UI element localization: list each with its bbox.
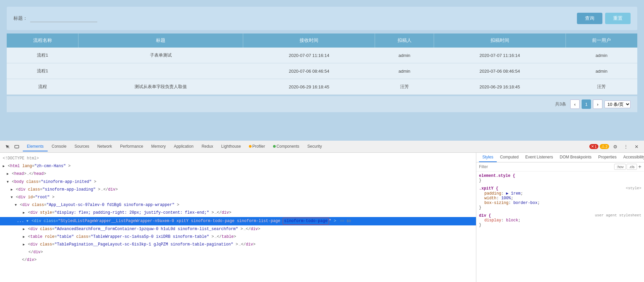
tab-network[interactable]: Network — [93, 142, 116, 151]
expand-icon[interactable]: ▼ — [7, 180, 9, 185]
cell-prev-user: admin — [566, 48, 637, 63]
cell-draft-time: 2020-06-29 16:18:45 — [434, 79, 566, 95]
style-rule-xpity: .xpitY { <style> padding: ▶ 1rem; width:… — [479, 186, 641, 210]
expand-icon[interactable]: ▼ — [11, 195, 13, 200]
cursor-icon[interactable] — [3, 142, 12, 151]
page-size-select[interactable]: 10 条/页 20 条/页 50 条/页 — [604, 100, 631, 108]
tab-console[interactable]: Console — [48, 142, 70, 151]
styles-tab-event-listeners[interactable]: Event Listeners — [522, 153, 556, 162]
tab-components[interactable]: Components — [269, 142, 303, 151]
style-close-brace: } — [479, 223, 481, 227]
tab-profiler[interactable]: Profiler — [245, 142, 269, 151]
table-row[interactable]: 流程 测试从表单字段负责人取值 2020-06-29 16:18:45 汪芳 2… — [7, 79, 637, 95]
styles-tab-accessibility[interactable]: Accessibility — [620, 153, 644, 162]
query-button[interactable]: 查询 — [577, 13, 602, 24]
style-selector: element.style { — [479, 173, 515, 178]
data-table: 流程名称 标题 接收时间 拟稿人 拟稿时间 前一用户 流程1 子表单测试 202… — [7, 33, 637, 95]
styles-tabs: Styles Computed Event Listeners DOM Brea… — [476, 153, 644, 162]
tab-elements[interactable]: Elements — [23, 142, 48, 151]
svg-rect-1 — [16, 148, 17, 148]
tab-application[interactable]: Application — [170, 142, 198, 151]
html-line[interactable]: </div> — [0, 256, 476, 264]
html-line[interactable]: ▶ <div style="display: flex; padding-rig… — [0, 209, 476, 217]
html-line[interactable]: ▶ <div class="sinoform-app-loading" >…</… — [0, 186, 476, 194]
search-label: 标题： — [13, 15, 28, 21]
styles-filter-input[interactable] — [479, 164, 613, 169]
cell-title: 子表单测试 — [78, 48, 243, 63]
html-line[interactable]: ▼ <div class="App__Layout-sc-97alev-0 fd… — [0, 201, 476, 209]
error-icon: ✕ — [591, 144, 594, 149]
tab-redux[interactable]: Redux — [198, 142, 217, 151]
expand-icon[interactable]: ▶ — [3, 164, 5, 169]
tab-lighthouse[interactable]: Lighthouse — [217, 142, 245, 151]
style-prop-padding: padding — [479, 191, 501, 196]
style-val-width: 100% — [501, 196, 511, 201]
expand-icon[interactable]: ▶ — [23, 210, 25, 216]
style-selector: div { — [479, 213, 491, 218]
style-property: box-sizing: border-box; — [479, 201, 641, 205]
style-prop-width: width — [479, 196, 496, 201]
html-line[interactable]: ▶ <table role="table" class="TableWrappe… — [0, 233, 476, 241]
filter-cls-button[interactable]: .cls — [627, 164, 637, 170]
style-val-display: block — [506, 218, 518, 223]
cell-drafter: 汪芳 — [375, 79, 434, 95]
html-line[interactable]: ▶ <div class="TablePagination__PageLayou… — [0, 241, 476, 249]
elements-panel[interactable]: <!DOCTYPE html> ▶ <html lang="zh-cmn-Han… — [0, 153, 476, 282]
tab-security[interactable]: Security — [303, 142, 326, 151]
tab-performance[interactable]: Performance — [116, 142, 147, 151]
tab-sources[interactable]: Sources — [70, 142, 93, 151]
cell-receive-time: 2020-07-06 08:46:54 — [243, 63, 375, 79]
col-header-receive-time: 接收时间 — [243, 33, 375, 48]
search-bar: 标题： 查询 重置 — [7, 7, 637, 30]
expand-icon[interactable]: ▼ — [26, 219, 29, 224]
styles-tab-styles[interactable]: Styles — [479, 153, 497, 162]
highlighted-classname: sinoform-todo-page — [283, 218, 329, 225]
styles-tab-computed[interactable]: Computed — [497, 153, 522, 162]
filter-options: :hov .cls + — [614, 164, 641, 170]
html-line[interactable]: <!DOCTYPE html> — [0, 155, 476, 162]
close-icon[interactable]: ✕ — [632, 142, 641, 151]
settings-icon[interactable]: ⚙ — [610, 142, 620, 151]
styles-tab-properties[interactable]: Properties — [595, 153, 620, 162]
expand-icon[interactable]: ▼ — [15, 203, 17, 208]
search-input[interactable] — [30, 15, 97, 22]
table-row[interactable]: 流程1 子表单测试 2020-07-07 11:16:14 admin 2020… — [7, 48, 637, 63]
cell-title: 测试从表单字段负责人取值 — [78, 79, 243, 95]
filter-hov-button[interactable]: :hov — [614, 164, 626, 170]
cell-drafter: admin — [375, 63, 434, 79]
tab-memory[interactable]: Memory — [147, 142, 170, 151]
html-line[interactable]: </div> — [0, 249, 476, 256]
expand-icon[interactable]: ▶ — [23, 227, 25, 232]
html-line-selected[interactable]: ... ▼ <div class="StyledListPageWrapper_… — [0, 217, 476, 225]
prev-page-button[interactable]: ‹ — [570, 99, 580, 109]
expand-icon[interactable]: ▶ — [23, 234, 25, 240]
expand-icon[interactable]: ▶ — [7, 171, 9, 177]
expand-icon[interactable]: ▶ — [23, 242, 25, 248]
col-header-title: 标题 — [78, 33, 243, 48]
error-count: 1 — [595, 145, 597, 149]
html-line[interactable]: ▶ <head>…</head> — [0, 170, 476, 178]
html-line[interactable]: ▼ <body class="sinoform-app-inited" > — [0, 178, 476, 186]
reset-button[interactable]: 重置 — [605, 13, 631, 24]
page-1-button[interactable]: 1 — [582, 99, 591, 109]
style-selector: .xpitY { — [479, 186, 498, 191]
cell-draft-time: 2020-07-07 11:16:14 — [434, 48, 566, 63]
warn-count: 2 — [605, 145, 607, 149]
more-icon[interactable]: ⋮ — [621, 142, 631, 151]
html-line[interactable]: ▼ <div id="root" > — [0, 194, 476, 201]
doctype-comment: <!DOCTYPE html> — [3, 156, 39, 161]
style-val-padding: ▶ 1rem — [506, 191, 521, 196]
style-prop-box-sizing: box-sizing — [479, 201, 508, 205]
expand-icon[interactable]: ▶ — [11, 187, 13, 193]
table-row[interactable]: 流程1 2020-07-06 08:46:54 admin 2020-07-06… — [7, 63, 637, 79]
html-line[interactable]: ▶ <html lang="zh-cmn-Hans" > — [0, 162, 476, 170]
filter-plus-button[interactable]: + — [638, 164, 641, 170]
box-icon[interactable] — [12, 142, 21, 151]
html-line[interactable]: ▶ <div class="AdvancedSearchForm__FormCo… — [0, 225, 476, 233]
devtools-toolbar: Elements Console Sources Network Perform… — [0, 141, 644, 153]
next-page-button[interactable]: › — [593, 99, 602, 109]
styles-tab-dom-breakpoints[interactable]: DOM Breakpoints — [556, 153, 595, 162]
style-source: user agent stylesheet — [595, 213, 641, 217]
styles-content[interactable]: element.style { } .xpitY { <style> paddi… — [476, 171, 644, 282]
cell-drafter: admin — [375, 48, 434, 63]
